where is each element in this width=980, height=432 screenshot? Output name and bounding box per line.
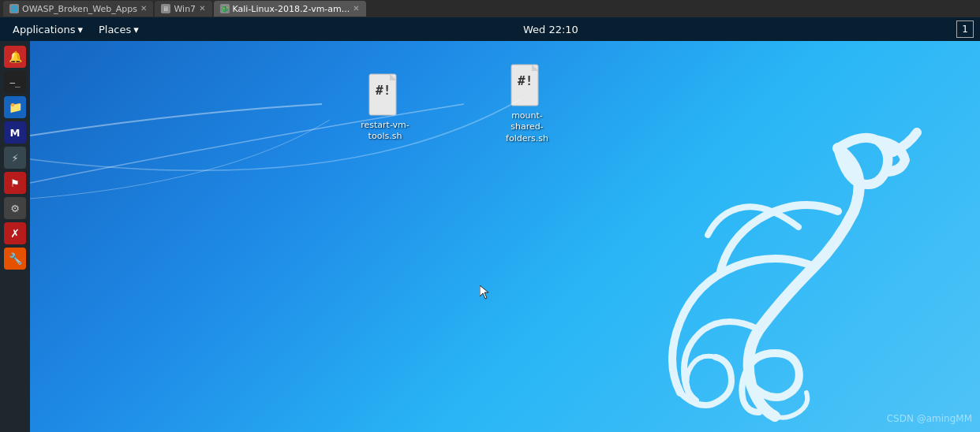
topbar-clock: Wed 22:10: [145, 24, 956, 35]
dock-icon-files[interactable]: 📁: [4, 96, 26, 118]
tab-favicon-win7: 🖥: [161, 4, 170, 13]
dock-icon-notifications[interactable]: 🔔: [4, 46, 26, 68]
tab-favicon-owasp: 🌐: [9, 4, 19, 13]
topbar-right: 1: [956, 20, 980, 38]
shell-script-icon-restart: #!: [366, 73, 404, 117]
tool1-icon: ⚡: [11, 152, 18, 164]
workspace-number: 1: [962, 24, 968, 35]
applications-arrow: ▾: [77, 24, 83, 35]
svg-marker-8: [480, 285, 488, 299]
file-label-mount: mount- shared- folders.sh: [506, 110, 548, 144]
shell-script-icon-mount: #!: [508, 63, 546, 107]
tab-favicon-kali: 🐉: [220, 4, 230, 13]
tool2-icon: ⚑: [10, 177, 20, 189]
places-arrow: ▾: [133, 24, 139, 35]
datetime-display: Wed 22:10: [523, 24, 578, 35]
desktop-file-restart-vm-tools[interactable]: #! restart-vm- tools.sh: [353, 73, 417, 143]
topbar-left: Applications ▾ Places ▾: [0, 20, 145, 39]
dock-icon-tool3[interactable]: ⚙: [4, 197, 26, 219]
dock-icon-tool1[interactable]: ⚡: [4, 147, 26, 169]
tab-label-owasp: OWASP_Broken_Web_Apps: [22, 4, 137, 14]
svg-text:#!: #!: [518, 73, 533, 88]
browser-tabs-bar: 🌐 OWASP_Broken_Web_Apps ✕ 🖥 Win7 ✕ 🐉 Kal…: [0, 0, 980, 17]
left-dock: 🔔 –_ 📁 M ⚡ ⚑ ⚙ ✗ 🔧: [0, 41, 30, 432]
mouse-cursor: [480, 285, 489, 300]
desktop: #! restart-vm- tools.sh #! mount- shared…: [30, 41, 980, 432]
files-icon: 📁: [9, 101, 22, 114]
dock-icon-tool4[interactable]: ✗: [4, 222, 26, 244]
tool4-icon: ✗: [10, 227, 20, 240]
applications-label: Applications: [13, 24, 75, 35]
dock-icon-malwarebytes[interactable]: M: [4, 121, 26, 143]
places-label: Places: [99, 24, 131, 35]
tab-close-win7[interactable]: ✕: [199, 5, 205, 13]
applications-menu[interactable]: Applications ▾: [6, 20, 89, 39]
tab-kali[interactable]: 🐉 Kali-Linux-2018.2-vm-am... ✕: [214, 1, 366, 17]
workspace-indicator[interactable]: 1: [956, 20, 974, 38]
watermark-text: CSDN @amingMM: [887, 413, 972, 424]
notifications-icon: 🔔: [9, 50, 22, 63]
tab-close-owasp[interactable]: ✕: [140, 5, 147, 13]
tab-label-win7: Win7: [174, 4, 196, 14]
gnome-topbar: Applications ▾ Places ▾ Wed 22:10 1: [0, 17, 980, 41]
csdn-watermark: CSDN @amingMM: [887, 413, 972, 424]
tool5-icon: 🔧: [9, 252, 22, 265]
places-menu[interactable]: Places ▾: [92, 20, 145, 39]
tab-label-kali: Kali-Linux-2018.2-vm-am...: [233, 4, 350, 14]
tab-win7[interactable]: 🖥 Win7 ✕: [155, 1, 211, 17]
kali-dragon-logo: [538, 109, 933, 424]
desktop-file-mount-shared[interactable]: #! mount- shared- folders.sh: [496, 63, 559, 144]
dock-icon-tool5[interactable]: 🔧: [4, 248, 26, 270]
file-label-restart: restart-vm- tools.sh: [361, 120, 410, 143]
tool3-icon: ⚙: [10, 203, 20, 214]
tab-owasp[interactable]: 🌐 OWASP_Broken_Web_Apps ✕: [3, 1, 153, 17]
dock-icon-tool2[interactable]: ⚑: [4, 172, 26, 194]
dock-icon-terminal[interactable]: –_: [4, 71, 26, 93]
tab-close-kali[interactable]: ✕: [353, 5, 359, 13]
svg-text:#!: #!: [376, 83, 391, 98]
terminal-icon: –_: [9, 77, 20, 88]
malwarebytes-icon: M: [10, 127, 21, 139]
